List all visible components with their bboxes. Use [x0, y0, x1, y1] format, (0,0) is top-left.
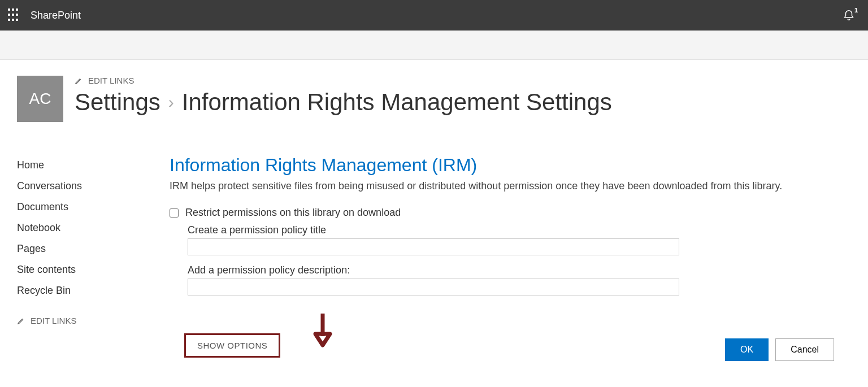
app-brand: SharePoint	[31, 10, 81, 21]
cancel-button[interactable]: Cancel	[775, 338, 834, 361]
pencil-icon	[17, 317, 25, 325]
breadcrumb-current: Information Rights Management Settings	[182, 89, 612, 116]
nav-item-recycle-bin[interactable]: Recycle Bin	[17, 280, 147, 301]
nav-item-site-contents[interactable]: Site contents	[17, 259, 147, 280]
irm-heading: Information Rights Management (IRM)	[170, 155, 845, 176]
notifications-badge: 1	[853, 6, 859, 14]
annotation-arrow-icon	[311, 311, 335, 349]
app-launcher-icon[interactable]	[8, 8, 21, 22]
page-title: Settings › Information Rights Management…	[75, 89, 612, 116]
restrict-permissions-label: Restrict permissions on this library on …	[185, 207, 401, 219]
dialog-buttons: OK Cancel	[725, 338, 834, 361]
policy-title-label: Create a permission policy title	[188, 224, 845, 236]
pencil-icon	[75, 77, 83, 85]
main-content: Information Rights Management (IRM) IRM …	[147, 132, 868, 358]
edit-links-top[interactable]: EDIT LINKS	[75, 76, 612, 85]
ribbon-strip	[0, 31, 868, 60]
left-nav: Home Conversations Documents Notebook Pa…	[0, 132, 147, 358]
irm-description: IRM helps protect sensitive files from b…	[170, 179, 845, 193]
site-logo[interactable]: AC	[17, 76, 63, 122]
suite-bar: SharePoint 1	[0, 0, 868, 31]
nav-item-home[interactable]: Home	[17, 155, 147, 176]
breadcrumb-separator-icon: ›	[168, 93, 174, 112]
show-options-label: SHOW OPTIONS	[197, 341, 267, 350]
show-options-button[interactable]: SHOW OPTIONS	[184, 333, 280, 358]
policy-description-label: Add a permission policy description:	[188, 264, 845, 276]
nav-item-documents[interactable]: Documents	[17, 197, 147, 218]
policy-description-input[interactable]	[188, 279, 679, 295]
breadcrumb-parent[interactable]: Settings	[75, 89, 160, 116]
policy-title-input[interactable]	[188, 238, 679, 255]
nav-item-notebook[interactable]: Notebook	[17, 218, 147, 238]
notifications-button[interactable]: 1	[841, 7, 857, 23]
edit-links-top-label: EDIT LINKS	[88, 76, 134, 85]
edit-links-bottom-label: EDIT LINKS	[31, 316, 76, 325]
nav-item-pages[interactable]: Pages	[17, 238, 147, 259]
ok-button[interactable]: OK	[725, 338, 769, 361]
restrict-permissions-checkbox[interactable]	[170, 208, 179, 218]
nav-item-conversations[interactable]: Conversations	[17, 176, 147, 197]
edit-links-bottom[interactable]: EDIT LINKS	[17, 316, 147, 325]
